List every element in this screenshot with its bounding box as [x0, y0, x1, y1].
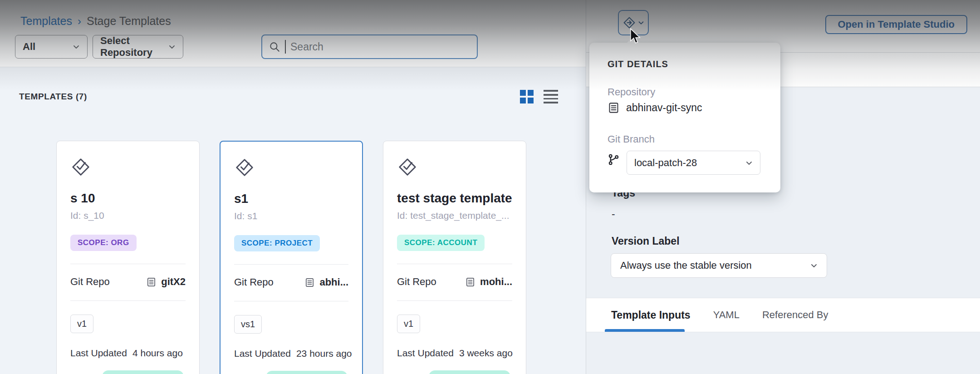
repository-filter-value: Select Repository	[100, 35, 168, 59]
repository-name: abhinav-git-sync	[626, 102, 702, 114]
git-repo-label: Git Repo	[234, 276, 274, 288]
git-branch-value: local-patch-28	[634, 157, 697, 169]
repository-row: abhinav-git-sync	[608, 102, 702, 114]
divider	[70, 264, 186, 264]
divider	[234, 264, 348, 265]
template-title: s1	[234, 192, 348, 206]
git-branch-icon	[608, 153, 620, 167]
template-card-s10[interactable]: s 10 Id: s_10 SCOPE: ORG Git Repo gitX2 …	[56, 141, 200, 374]
scope-filter-value: All	[23, 41, 35, 53]
search-box	[261, 34, 478, 59]
version-label-dropdown[interactable]: Always use the stable version	[611, 253, 827, 278]
tab-referenced-by[interactable]: Referenced By	[762, 309, 828, 321]
version-label-title: Version Label	[612, 235, 680, 247]
last-updated-value: 4 hours ago	[132, 348, 183, 359]
details-tabbar: Template Inputs YAML Referenced By	[586, 298, 980, 332]
git-repo-label: Git Repo	[70, 276, 110, 288]
version-chip: v1	[70, 315, 93, 333]
breadcrumb-current: Stage Templates	[87, 15, 171, 28]
repository-icon	[146, 277, 157, 287]
git-sync-icon	[623, 16, 636, 29]
divider	[234, 301, 348, 301]
git-repo-row: Git Repo mohi...	[397, 276, 512, 288]
open-in-template-studio-button[interactable]: Open in Template Studio	[825, 15, 968, 34]
chevron-down-icon	[810, 262, 818, 269]
template-title: s 10	[70, 191, 186, 206]
scope-badge: SCOPE: ACCOUNT	[397, 235, 485, 251]
stable-badge	[429, 370, 510, 374]
git-repo-value: mohi...	[480, 276, 512, 288]
chevron-down-icon	[745, 159, 753, 167]
last-updated-label: Last Updated	[70, 348, 127, 359]
version-label-value: Always use the stable version	[620, 260, 752, 271]
last-updated-label: Last Updated	[397, 348, 454, 359]
git-repo-value: abhi...	[319, 276, 348, 288]
tab-yaml[interactable]: YAML	[713, 309, 740, 321]
scope-badge: SCOPE: ORG	[70, 235, 137, 251]
breadcrumb: Templates › Stage Templates	[20, 15, 171, 28]
templates-list-panel: Templates › Stage Templates All Select R…	[0, 0, 586, 374]
chevron-down-icon	[168, 43, 176, 50]
repository-icon	[465, 277, 475, 287]
scope-filter-dropdown[interactable]: All	[15, 35, 88, 59]
last-updated-value: 23 hours ago	[296, 348, 352, 359]
stage-template-icon	[234, 157, 255, 178]
divider	[70, 300, 186, 301]
template-card-test-stage[interactable]: test stage template ... Id: test_stage_t…	[383, 141, 526, 374]
chevron-down-icon	[638, 20, 644, 26]
version-chip: vs1	[234, 315, 262, 334]
last-updated-row: Last Updated 4 hours ago	[70, 348, 186, 359]
repository-icon	[608, 102, 620, 114]
search-input[interactable]	[290, 41, 470, 53]
template-details-panel: Open in Template Studio GIT DETAILS Repo…	[586, 0, 980, 374]
template-id: Id: s1	[234, 211, 348, 221]
repository-filter-dropdown[interactable]: Select Repository	[93, 35, 183, 59]
git-branch-dropdown[interactable]: local-patch-28	[627, 151, 760, 175]
tab-template-inputs[interactable]: Template Inputs	[611, 309, 691, 321]
templates-count-header: TEMPLATES (7)	[19, 92, 87, 102]
cursor-pointer	[629, 28, 642, 44]
template-id: Id: s_10	[70, 210, 186, 221]
breadcrumb-templates-link[interactable]: Templates	[20, 15, 72, 28]
git-branch-label: Git Branch	[608, 133, 655, 145]
template-title: test stage template ...	[397, 191, 512, 206]
stable-badge	[266, 371, 348, 374]
last-updated-value: 3 weeks ago	[459, 348, 513, 359]
list-view-icon[interactable]	[544, 90, 557, 103]
divider	[397, 264, 512, 264]
stable-badge	[102, 370, 184, 374]
last-updated-row: Last Updated 3 weeks ago	[397, 348, 512, 359]
chevron-down-icon	[73, 43, 80, 50]
scope-badge: SCOPE: PROJECT	[234, 235, 320, 251]
repository-icon	[304, 277, 315, 288]
tags-value: -	[612, 208, 615, 220]
last-updated-row: Last Updated 23 hours ago	[234, 348, 348, 359]
popover-title: GIT DETAILS	[608, 59, 668, 69]
git-repo-row: Git Repo abhi...	[234, 276, 348, 288]
text-cursor	[285, 40, 286, 54]
git-repo-row: Git Repo gitX2	[70, 276, 186, 288]
template-id: Id: test_stage_template_...	[397, 210, 512, 221]
search-icon	[269, 41, 280, 53]
template-card-s1[interactable]: s1 Id: s1 SCOPE: PROJECT Git Repo abhi..…	[220, 141, 363, 374]
version-chip: v1	[397, 315, 420, 333]
last-updated-label: Last Updated	[234, 348, 291, 359]
repository-label: Repository	[608, 86, 655, 98]
stage-template-icon	[397, 157, 418, 177]
grid-view-icon[interactable]	[520, 90, 534, 103]
stage-template-icon	[70, 157, 91, 177]
git-details-popover: GIT DETAILS Repository abhinav-git-sync …	[589, 43, 780, 192]
template-cards-row: s 10 Id: s_10 SCOPE: ORG Git Repo gitX2 …	[56, 141, 526, 374]
active-tab-underline	[605, 329, 685, 332]
git-repo-label: Git Repo	[397, 276, 436, 288]
breadcrumb-separator: ›	[78, 15, 81, 28]
git-repo-value: gitX2	[161, 276, 186, 288]
divider	[397, 300, 512, 301]
